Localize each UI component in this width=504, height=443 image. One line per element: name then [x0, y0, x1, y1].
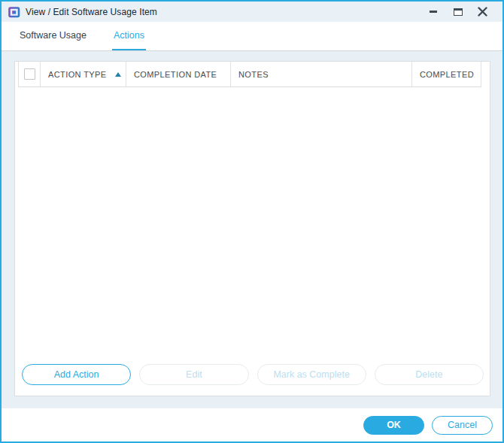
column-header-completed[interactable]: COMPLETED: [411, 62, 481, 86]
cancel-button[interactable]: Cancel: [432, 416, 493, 435]
sort-ascending-icon: [115, 72, 121, 77]
column-header-action-type[interactable]: ACTION TYPE: [40, 62, 126, 86]
column-label: ACTION TYPE: [48, 70, 107, 79]
table-header: ACTION TYPE COMPLETION DATE NOTES COMPLE…: [18, 62, 481, 87]
action-button-row: Add Action Edit Mark as Complete Delete: [15, 364, 490, 396]
delete-button[interactable]: Delete: [375, 364, 484, 385]
titlebar: View / Edit Software Usage Item: [2, 2, 502, 22]
footer: OK Cancel: [2, 408, 502, 441]
tab-actions[interactable]: Actions: [112, 22, 146, 50]
close-icon: [478, 7, 487, 17]
add-action-button[interactable]: Add Action: [22, 364, 131, 385]
tab-software-usage[interactable]: Software Usage: [18, 22, 88, 50]
dialog-window: View / Edit Software Usage Item Software…: [0, 0, 504, 443]
column-header-completion-date[interactable]: COMPLETION DATE: [126, 62, 230, 86]
select-all-checkbox[interactable]: [24, 68, 35, 80]
edit-button[interactable]: Edit: [139, 364, 248, 385]
app-icon: [8, 6, 20, 18]
column-header-notes[interactable]: NOTES: [230, 62, 411, 86]
actions-panel: ACTION TYPE COMPLETION DATE NOTES COMPLE…: [14, 61, 490, 396]
maximize-icon: [454, 8, 463, 16]
maximize-button[interactable]: [445, 2, 470, 22]
mark-as-complete-button[interactable]: Mark as Complete: [257, 364, 366, 385]
minimize-icon: [430, 11, 437, 13]
window-title: View / Edit Software Usage Item: [26, 7, 157, 17]
tab-bar: Software Usage Actions: [2, 22, 502, 51]
close-button[interactable]: [470, 2, 495, 22]
content-area: ACTION TYPE COMPLETION DATE NOTES COMPLE…: [2, 51, 502, 408]
ok-button[interactable]: OK: [363, 416, 424, 435]
minimize-button[interactable]: [421, 2, 445, 22]
window-controls: [421, 2, 502, 22]
table-body: [15, 87, 490, 364]
select-all-cell: [18, 62, 40, 86]
